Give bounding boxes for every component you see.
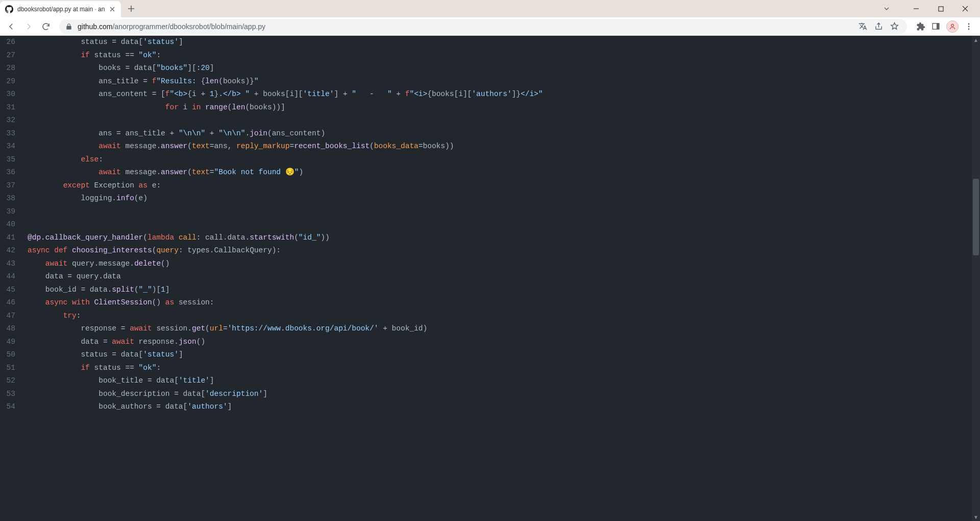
line-number[interactable]: 29 xyxy=(0,75,22,88)
code-text[interactable]: await message.answer(text="Book not foun… xyxy=(22,166,980,179)
line-number[interactable]: 37 xyxy=(0,179,22,193)
scrollbar-vertical[interactable]: ▲ ▼ xyxy=(972,36,980,521)
code-text[interactable]: try: xyxy=(22,310,980,323)
translate-icon[interactable] xyxy=(859,22,867,31)
line-number[interactable]: 47 xyxy=(0,310,22,323)
line-number[interactable]: 45 xyxy=(0,283,22,297)
code-line: 35 else: xyxy=(0,153,980,167)
line-number[interactable]: 50 xyxy=(0,348,22,362)
line-number[interactable]: 39 xyxy=(0,205,22,219)
line-number[interactable]: 54 xyxy=(0,400,22,414)
line-number[interactable]: 34 xyxy=(0,140,22,153)
close-tab-icon[interactable] xyxy=(109,6,116,13)
line-number[interactable]: 38 xyxy=(0,192,22,205)
code-text[interactable]: ans_content = [f"<b>{i + 1}.</b> " + boo… xyxy=(22,88,980,101)
line-number[interactable]: 35 xyxy=(0,153,22,167)
code-text[interactable]: data = query.data xyxy=(22,270,980,283)
back-button[interactable] xyxy=(4,19,18,34)
code-text[interactable]: book_title = data['title'] xyxy=(22,374,980,388)
github-icon xyxy=(5,5,13,13)
line-number[interactable]: 40 xyxy=(0,218,22,231)
scroll-thumb[interactable] xyxy=(973,179,979,255)
line-number[interactable]: 26 xyxy=(0,36,22,49)
code-text[interactable]: status = data['status'] xyxy=(22,36,980,49)
svg-point-6 xyxy=(968,28,970,30)
line-number[interactable]: 48 xyxy=(0,322,22,336)
side-panel-icon[interactable] xyxy=(932,22,940,31)
code-text[interactable]: logging.info(e) xyxy=(22,192,980,205)
code-text[interactable]: book_authors = data['authors'] xyxy=(22,400,980,414)
code-text[interactable]: data = await response.json() xyxy=(22,336,980,349)
code-text[interactable]: ans = ans_title + "\n\n" + "\n\n".join(a… xyxy=(22,127,980,140)
line-number[interactable]: 51 xyxy=(0,362,22,375)
line-number[interactable]: 30 xyxy=(0,88,22,101)
code-text[interactable]: books = data["books"][:20] xyxy=(22,62,980,75)
browser-toolbar: github.com/anorprogrammer/dbooksrobot/bl… xyxy=(0,17,980,36)
code-line: 36 await message.answer(text="Book not f… xyxy=(0,166,980,179)
scroll-down-icon[interactable]: ▼ xyxy=(973,514,979,520)
line-number[interactable]: 41 xyxy=(0,231,22,245)
line-number[interactable]: 42 xyxy=(0,244,22,257)
code-text[interactable]: book_description = data['description'] xyxy=(22,388,980,401)
line-number[interactable]: 53 xyxy=(0,388,22,401)
line-number[interactable]: 46 xyxy=(0,296,22,310)
reload-button[interactable] xyxy=(39,19,53,34)
code-text[interactable]: await message.answer(text=ans, reply_mar… xyxy=(22,140,980,153)
line-number[interactable]: 28 xyxy=(0,62,22,75)
code-text[interactable]: status = data['status'] xyxy=(22,348,980,362)
menu-icon[interactable] xyxy=(965,22,973,31)
line-number[interactable]: 49 xyxy=(0,336,22,349)
chevron-down-icon[interactable] xyxy=(879,1,894,16)
code-text[interactable]: await query.message.delete() xyxy=(22,257,980,271)
code-text[interactable]: if status == "ok": xyxy=(22,362,980,375)
code-text[interactable]: else: xyxy=(22,153,980,167)
code-text[interactable]: async with ClientSession() as session: xyxy=(22,296,980,310)
window-minimize-button[interactable] xyxy=(909,1,924,16)
code-line: 52 book_title = data['title'] xyxy=(0,374,980,388)
line-number[interactable]: 32 xyxy=(0,114,22,127)
profile-avatar[interactable] xyxy=(946,20,959,33)
code-line: 37 except Exception as e: xyxy=(0,179,980,193)
code-text[interactable]: book_id = data.split("_")[1] xyxy=(22,283,980,297)
window-close-button[interactable] xyxy=(958,1,973,16)
bookmark-icon[interactable] xyxy=(890,22,899,31)
extensions-icon[interactable] xyxy=(916,22,925,31)
address-bar[interactable]: github.com/anorprogrammer/dbooksrobot/bl… xyxy=(59,19,907,34)
code-text[interactable]: if status == "ok": xyxy=(22,49,980,62)
code-text[interactable] xyxy=(22,218,980,231)
code-line: 45 book_id = data.split("_")[1] xyxy=(0,283,980,297)
svg-point-5 xyxy=(968,26,970,27)
share-icon[interactable] xyxy=(874,22,883,31)
new-tab-button[interactable] xyxy=(124,2,138,16)
code-text[interactable]: ans_title = f"Results: {len(books)}" xyxy=(22,75,980,88)
code-text[interactable] xyxy=(22,205,980,219)
code-line: 34 await message.answer(text=ans, reply_… xyxy=(0,140,980,153)
line-number[interactable]: 52 xyxy=(0,374,22,388)
line-number[interactable]: 31 xyxy=(0,101,22,114)
line-number[interactable]: 36 xyxy=(0,166,22,179)
code-viewer: 26 status = data['status']27 if status =… xyxy=(0,36,980,521)
line-number[interactable]: 44 xyxy=(0,270,22,283)
code-text[interactable]: response = await session.get(url='https:… xyxy=(22,322,980,336)
code-line: 40 xyxy=(0,218,980,231)
line-number[interactable]: 27 xyxy=(0,49,22,62)
line-number[interactable]: 33 xyxy=(0,127,22,140)
svg-point-4 xyxy=(968,23,970,25)
code-text[interactable] xyxy=(22,114,980,127)
code-line: 51 if status == "ok": xyxy=(0,362,980,375)
code-text[interactable]: async def choosing_interests(query: type… xyxy=(22,244,980,257)
code-table: 26 status = data['status']27 if status =… xyxy=(0,36,980,414)
browser-tab[interactable]: dbooksrobot/app.py at main · an xyxy=(0,1,121,17)
scroll-up-icon[interactable]: ▲ xyxy=(973,37,979,43)
window-maximize-button[interactable] xyxy=(933,1,948,16)
code-text[interactable]: for i in range(len(books))] xyxy=(22,101,980,114)
code-text[interactable]: except Exception as e: xyxy=(22,179,980,193)
code-line: 33 ans = ans_title + "\n\n" + "\n\n".joi… xyxy=(0,127,980,140)
code-text[interactable]: @dp.callback_query_handler(lambda call: … xyxy=(22,231,980,245)
line-number[interactable]: 43 xyxy=(0,257,22,271)
code-line: 30 ans_content = [f"<b>{i + 1}.</b> " + … xyxy=(0,88,980,101)
svg-rect-2 xyxy=(937,23,939,29)
code-line: 49 data = await response.json() xyxy=(0,336,980,349)
forward-button[interactable] xyxy=(21,19,36,34)
code-line: 48 response = await session.get(url='htt… xyxy=(0,322,980,336)
